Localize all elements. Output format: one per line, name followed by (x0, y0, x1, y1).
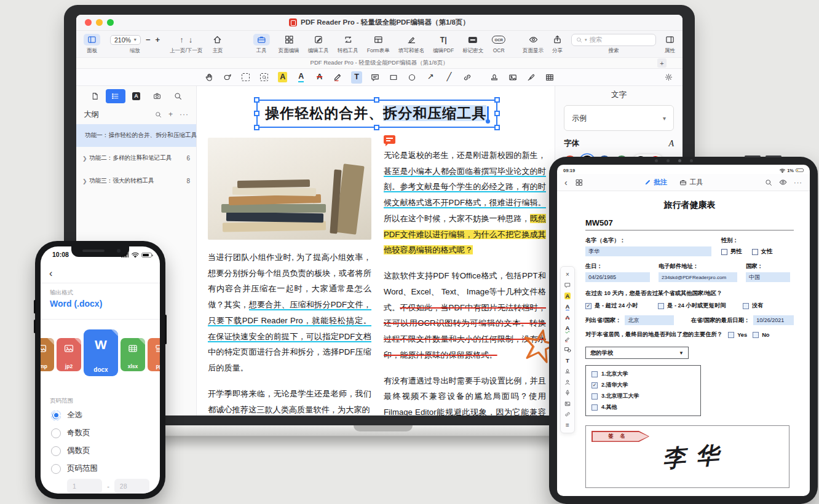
chevron-right-icon[interactable]: ❯ (82, 178, 87, 184)
text-icon[interactable]: T (566, 357, 569, 364)
underline-icon[interactable]: A (566, 304, 570, 310)
ribbon-edit-tools[interactable]: 编辑工具 (308, 33, 329, 55)
signature-person-icon[interactable] (564, 379, 571, 385)
strikethrough-tool-icon[interactable]: A (314, 71, 325, 84)
tab-snapshot[interactable] (147, 89, 167, 103)
search-input[interactable]: ▾ 搜索 (571, 34, 656, 46)
close-window-button[interactable] (85, 19, 92, 26)
ellipse-tool-icon[interactable] (407, 71, 417, 84)
image-icon[interactable] (564, 400, 571, 407)
back-chevron-icon[interactable]: ‹ (49, 269, 57, 278)
ribbon-convert[interactable]: 转档工具 (338, 33, 358, 55)
selection-handle[interactable] (254, 125, 259, 130)
zoom-in-button[interactable]: + (155, 35, 160, 44)
highlight-icon[interactable]: A (564, 293, 571, 299)
note-icon[interactable] (564, 282, 571, 289)
page-display-button[interactable]: 页面显示 (523, 33, 544, 55)
ribbon-fill-sign[interactable]: 填写和签名 (398, 33, 425, 55)
minimize-window-button[interactable] (96, 19, 103, 26)
travel-option-under24[interactable]: 是 - 24 小时或更短时间 (658, 302, 743, 310)
last-date-field[interactable]: 10/26/2021 (753, 315, 794, 325)
travel-option-over24[interactable]: ✓是 - 超过 24 小时 (585, 302, 658, 310)
selection-handle[interactable] (254, 97, 259, 103)
annotate-tab[interactable]: 批注 (644, 178, 667, 187)
radio-option-odd[interactable]: 奇数页 (41, 424, 160, 442)
tab-outline[interactable] (106, 89, 125, 103)
comment-annotation-icon[interactable] (384, 135, 395, 144)
home-button[interactable]: 主页 (212, 33, 223, 55)
format-bmp[interactable]: bmp (41, 338, 54, 371)
province-field[interactable]: 北京 (625, 315, 673, 325)
selection-handle[interactable] (374, 97, 379, 103)
panel-toggle[interactable]: 面板 (84, 33, 100, 55)
radio-icon[interactable] (51, 464, 61, 474)
squiggly-icon[interactable]: A (566, 325, 570, 332)
pen-icon[interactable] (564, 336, 571, 342)
tab-thumbnails[interactable] (85, 89, 105, 103)
radio-icon[interactable] (51, 428, 61, 438)
mic-icon[interactable] (564, 390, 571, 396)
previous-page-button[interactable]: ↑ (180, 35, 184, 44)
format-docx-selected[interactable]: W docx (84, 329, 118, 376)
underline-tool-icon[interactable]: A (296, 71, 306, 84)
scroll-tool-icon[interactable] (222, 71, 232, 84)
hand-tool-icon[interactable] (204, 71, 214, 84)
outline-add-icon[interactable]: + (168, 110, 173, 119)
ribbon-redact[interactable]: 标记密文 (462, 33, 483, 55)
chevron-right-icon[interactable]: ❯ (82, 156, 87, 162)
settings-gear-icon[interactable] (663, 71, 674, 84)
tab-annotations[interactable]: A (127, 89, 146, 103)
outline-item-2[interactable]: ❯ 功能二：多样的注释和笔记工具 6 (76, 147, 196, 170)
selection-handle[interactable] (254, 111, 259, 116)
school-option-1[interactable]: 1.北京大学 (592, 370, 695, 378)
radio-option-range[interactable]: 页码范围 (41, 460, 160, 478)
document-tab[interactable]: PDF Reader Pro - 轻量级全能PDF编辑器（第1/8页） (311, 59, 449, 67)
school-option-3[interactable]: 3.北京理工大学 (592, 392, 695, 400)
view-eye-icon[interactable] (779, 178, 787, 186)
format-xlsx[interactable]: xlsx (121, 338, 145, 371)
stamp-icon[interactable] (564, 368, 571, 375)
freehand-tool-icon[interactable] (333, 71, 343, 84)
tools-tab[interactable]: 工具 (679, 178, 703, 187)
range-start-input[interactable]: 1 (67, 479, 102, 494)
zoom-out-button[interactable]: − (146, 35, 151, 44)
back-chevron-icon[interactable]: ‹ (564, 178, 568, 187)
format-ppt[interactable]: ppt (148, 338, 160, 371)
ribbon-page-edit[interactable]: 页面编辑 (279, 33, 299, 55)
selected-title-textbox[interactable]: 操作轻松的合并、拆分和压缩工具 (256, 100, 497, 128)
format-jp2[interactable]: jp2 (57, 338, 81, 371)
travel-option-no[interactable]: 没有 (743, 302, 764, 310)
tab-search[interactable] (168, 89, 188, 103)
ribbon-edit-pdf[interactable]: T| 编辑PDF (433, 33, 454, 55)
signature-tool-icon[interactable] (526, 71, 537, 84)
zoom-select[interactable]: 210%▾ (110, 35, 141, 45)
radio-icon[interactable] (51, 446, 61, 456)
highlight-tool-icon[interactable]: A (277, 71, 288, 84)
stamp-tool-icon[interactable] (489, 71, 500, 84)
arrow-tool-icon[interactable]: ↗ (425, 71, 436, 84)
school-option-4[interactable]: 4.其他 (592, 403, 695, 411)
school-dropdown[interactable]: 您的学校 ▼ (585, 347, 689, 359)
next-page-button[interactable]: ↓ (189, 35, 193, 44)
more-icon[interactable]: ··· (794, 179, 802, 186)
text-tool-icon[interactable]: T (351, 71, 362, 84)
shapes-icon[interactable] (564, 347, 571, 353)
dob-field[interactable]: 04/26/1985 (585, 272, 650, 282)
close-icon[interactable]: × (566, 271, 569, 278)
ribbon-ocr[interactable]: OCR OCR (492, 33, 505, 55)
new-tab-button[interactable]: + (657, 58, 667, 68)
resident-yes-checkbox[interactable]: Yes (728, 332, 747, 338)
outline-item-3[interactable]: ❯ 功能三：强大的转档工具 8 (76, 170, 196, 192)
ribbon-tools[interactable]: 工具 (253, 33, 270, 55)
radio-selected-icon[interactable] (51, 411, 61, 420)
selection-handle[interactable] (494, 111, 500, 116)
range-end-input[interactable]: 28 (114, 479, 149, 494)
signature-box[interactable]: 签 名 李华 (585, 425, 789, 488)
note-tool-icon[interactable] (370, 71, 381, 84)
line-tool-icon[interactable]: ╱ (444, 71, 454, 84)
male-checkbox[interactable]: 男性 (721, 248, 742, 256)
selection-handle[interactable] (494, 97, 500, 103)
search-icon[interactable] (765, 179, 772, 186)
resident-no-checkbox[interactable]: No (753, 332, 769, 338)
ribbon-form[interactable]: Form表单 (367, 33, 390, 55)
